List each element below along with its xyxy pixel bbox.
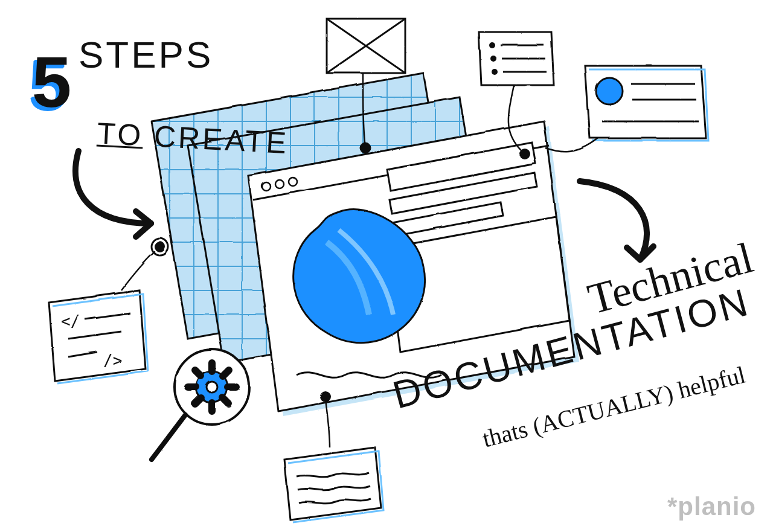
callout-profile-card xyxy=(545,65,708,151)
svg-point-3 xyxy=(288,177,297,185)
title-steps: STEPS xyxy=(79,33,213,76)
svg-point-7 xyxy=(490,55,496,61)
svg-point-10 xyxy=(595,77,622,104)
illustration: </ /> xyxy=(0,0,773,532)
svg-point-17 xyxy=(206,381,217,392)
arrow-right xyxy=(580,181,653,260)
svg-point-8 xyxy=(491,68,497,74)
svg-text:/>: /> xyxy=(103,351,121,369)
svg-point-9 xyxy=(519,148,530,159)
asterisk-icon: * xyxy=(667,492,678,521)
callout-code-block: </ /> xyxy=(48,238,168,383)
svg-point-18 xyxy=(319,391,330,402)
svg-point-5 xyxy=(359,142,370,153)
brand-logo: *planio xyxy=(667,492,756,521)
title-to-create: TO CREATE xyxy=(52,79,292,196)
svg-point-6 xyxy=(489,42,495,48)
magnify-gear-icon xyxy=(151,349,249,459)
svg-text:</: </ xyxy=(60,312,79,330)
svg-point-13 xyxy=(153,240,165,252)
